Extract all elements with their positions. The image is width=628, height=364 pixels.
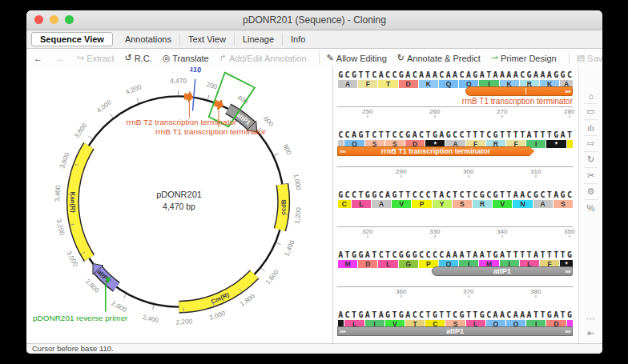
base-letters[interactable]: GCGTTCACCGACAAACAACAGATAAAACGAAAGGC [337, 70, 573, 80]
aa-cell[interactable]: D [398, 80, 418, 88]
base[interactable]: A [499, 250, 505, 260]
translate-button[interactable]: ◎Translate [163, 53, 209, 63]
base[interactable]: T [432, 190, 438, 200]
feature-bar-attp1[interactable]: attP1»» [432, 266, 573, 276]
base[interactable]: A [452, 70, 458, 80]
base[interactable]: A [499, 310, 505, 320]
aa-cell[interactable]: Q [438, 80, 458, 88]
base[interactable]: C [391, 250, 397, 260]
base[interactable]: A [559, 130, 566, 140]
history-chart-icon[interactable]: ılı [584, 120, 598, 136]
base[interactable]: C [425, 250, 431, 260]
tab-info[interactable]: Info [283, 33, 313, 46]
base[interactable]: C [505, 310, 512, 320]
base[interactable]: A [513, 70, 519, 80]
tab-lineage[interactable]: Lineage [235, 33, 283, 46]
base[interactable]: T [465, 190, 472, 200]
base[interactable]: T [472, 130, 478, 140]
aa-cell[interactable]: A [371, 200, 391, 208]
base[interactable]: T [384, 250, 391, 260]
base[interactable]: G [445, 130, 452, 140]
base[interactable]: G [357, 310, 364, 320]
map-marker-rrnb-t2-transcription-terminator[interactable] [184, 92, 193, 102]
base[interactable]: T [553, 250, 559, 260]
aa-cell[interactable]: N [512, 200, 532, 208]
aa-cell[interactable]: L [377, 260, 397, 268]
base[interactable]: C [458, 190, 465, 200]
save-button[interactable]: ▤Save [577, 53, 602, 63]
base[interactable]: T [479, 130, 485, 140]
aa-cell[interactable]: T [377, 80, 397, 88]
map-marker-rrnb-t1-transcription-terminator[interactable] [215, 100, 223, 110]
base[interactable]: A [445, 250, 452, 260]
base[interactable]: C [458, 70, 465, 80]
base[interactable]: A [525, 130, 532, 140]
plasmid-map-panel[interactable]: Kan(R)ccdBCm(R)attP1attP22004006008001,0… [26, 67, 333, 343]
aa-cell[interactable]: L [351, 200, 371, 208]
base[interactable]: A [519, 310, 525, 320]
base[interactable]: T [357, 70, 364, 80]
base[interactable]: G [533, 190, 539, 200]
base[interactable]: G [357, 250, 364, 260]
base[interactable]: C [566, 70, 573, 80]
base[interactable]: A [553, 310, 559, 320]
collapse-panel-icon[interactable]: ⇤ [587, 328, 594, 338]
base[interactable]: C [458, 130, 465, 140]
base[interactable]: G [492, 190, 498, 200]
base[interactable]: A [418, 70, 425, 80]
base[interactable]: G [492, 250, 498, 260]
base[interactable]: A [525, 310, 532, 320]
base[interactable]: T [438, 310, 445, 320]
aa-cell[interactable]: R [472, 200, 492, 208]
aa-cell[interactable]: A [533, 200, 553, 208]
base[interactable]: G [472, 70, 478, 80]
base[interactable]: T [499, 190, 505, 200]
base[interactable]: A [445, 70, 452, 80]
base[interactable]: T [559, 250, 566, 260]
aa-cell[interactable]: V [492, 200, 512, 208]
zoom-button[interactable] [65, 15, 74, 24]
base[interactable]: A [458, 250, 465, 260]
primer-design-button[interactable]: ⇀Primer Design [491, 53, 557, 63]
base[interactable]: T [405, 190, 411, 200]
base[interactable]: C [377, 250, 384, 260]
base[interactable]: C [391, 130, 397, 140]
aa-cell[interactable]: * [545, 140, 566, 148]
feature-bar-rrnb-t1-transcription-terminator[interactable]: rrnB T1 transcription terminator»» [337, 146, 534, 156]
base[interactable]: C [344, 70, 350, 80]
base[interactable]: T [445, 310, 452, 320]
base[interactable]: G [337, 70, 344, 80]
sequence-row-386[interactable]: ACTGATAGTGACCTGTTCGTTGCAACAAATTGATGLIVTC… [337, 310, 573, 343]
base[interactable]: C [539, 190, 545, 200]
base[interactable]: T [505, 190, 512, 200]
base[interactable]: C [344, 190, 350, 200]
base-letters[interactable]: ACTGATAGTGACCTGTTCGTTGCAACAAATTGATG [337, 310, 573, 320]
base[interactable]: C [371, 70, 377, 80]
base[interactable]: T [485, 250, 492, 260]
aa-cell[interactable]: V [391, 200, 411, 208]
base[interactable]: C [371, 130, 377, 140]
aa-cell[interactable]: K [418, 80, 438, 88]
more-icon[interactable]: ⋯ [586, 314, 595, 324]
feature-bar-attp1[interactable]: attP1»»»» [337, 326, 573, 336]
base[interactable]: G [492, 130, 498, 140]
base[interactable]: C [351, 190, 357, 200]
base[interactable]: T [371, 310, 377, 320]
aa-cell[interactable]: A [337, 80, 357, 88]
base[interactable]: C [418, 190, 425, 200]
base[interactable]: C [418, 130, 425, 140]
base[interactable]: T [519, 250, 525, 260]
sequence-row-246[interactable]: GCGTTCACCGACAAACAACAGATAAAACGAAAGGCAFTDK… [337, 70, 573, 130]
aa-cell[interactable]: Y [432, 200, 452, 208]
base[interactable]: G [337, 190, 344, 200]
close-button[interactable] [34, 15, 43, 24]
base[interactable]: C [411, 310, 417, 320]
base[interactable]: G [411, 250, 417, 260]
base[interactable]: T [513, 130, 519, 140]
base[interactable]: T [351, 310, 357, 320]
base[interactable]: G [384, 310, 391, 320]
aa-cell[interactable]: C [337, 200, 351, 208]
base[interactable]: C [411, 70, 417, 80]
base[interactable]: T [398, 190, 405, 200]
base[interactable]: G [351, 250, 357, 260]
